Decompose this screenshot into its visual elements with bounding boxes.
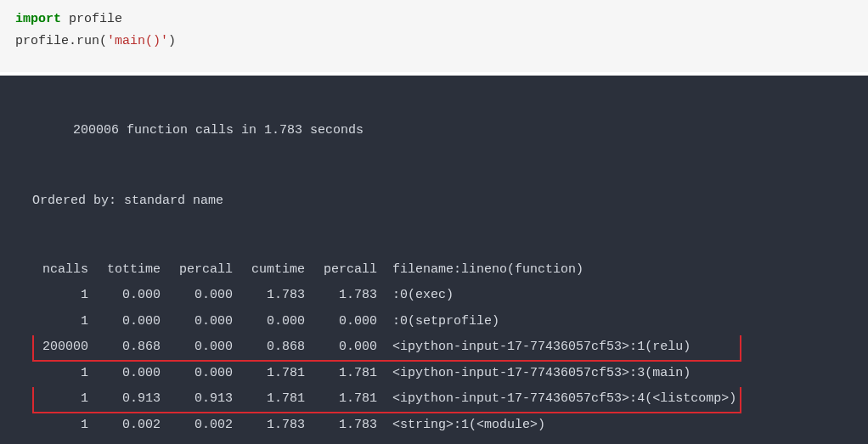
table-row: 10.0000.0001.7831.783:0(exec): [33, 283, 741, 309]
code-text: ): [168, 34, 176, 48]
ordered-by-line: Ordered by: standard name: [32, 189, 844, 214]
cell-fn: :0(exec): [386, 283, 741, 309]
profile-table: ncalls tottime percall cumtime percall f…: [32, 256, 741, 445]
table-row: 10.0000.0001.7831.783profile:0(main()): [33, 438, 741, 444]
col-filename: filename:lineno(function): [386, 257, 741, 284]
cell-fn: profile:0(main()): [386, 438, 741, 444]
cell-ncalls: 200000: [33, 334, 98, 361]
cell-percall2: 0.000: [314, 309, 386, 335]
cell-percall1: 0.000: [170, 438, 242, 444]
table-row: 2000000.8680.0000.8680.000<ipython-input…: [33, 334, 741, 361]
cell-cumtime: 1.781: [242, 386, 314, 413]
cell-fn: <ipython-input-17-77436057cf53>:1(relu): [386, 334, 741, 361]
cell-ncalls: 1: [33, 413, 98, 439]
cell-tottime: 0.000: [98, 283, 170, 309]
cell-percall2: 1.783: [314, 283, 386, 309]
table-row: 10.0020.0021.7831.783<string>:1(<module>…: [33, 413, 741, 439]
cell-cumtime: 1.783: [242, 438, 314, 444]
string-literal: 'main()': [107, 34, 168, 48]
cell-percall1: 0.002: [170, 413, 242, 439]
cell-ncalls: 1: [33, 283, 98, 309]
cell-tottime: 0.868: [98, 334, 170, 361]
cell-percall2: 1.783: [314, 413, 386, 439]
col-cumtime: cumtime: [242, 257, 314, 284]
cell-ncalls: 1: [33, 386, 98, 413]
cell-percall1: 0.000: [170, 334, 242, 361]
cell-cumtime: 1.781: [242, 361, 314, 387]
cell-tottime: 0.000: [98, 361, 170, 387]
keyword-import: import: [15, 12, 61, 26]
cell-percall1: 0.913: [170, 386, 242, 413]
cell-tottime: 0.913: [98, 386, 170, 413]
code-text: profile: [61, 12, 122, 26]
table-row: 10.9130.9131.7811.781<ipython-input-17-7…: [33, 386, 741, 413]
table-header-row: ncalls tottime percall cumtime percall f…: [33, 257, 741, 284]
cell-tottime: 0.002: [98, 413, 170, 439]
cell-cumtime: 1.783: [242, 413, 314, 439]
cell-tottime: 0.000: [98, 309, 170, 335]
cell-ncalls: 1: [33, 309, 98, 335]
col-ncalls: ncalls: [33, 257, 98, 284]
code-text: profile.run(: [15, 34, 107, 48]
cell-cumtime: 1.783: [242, 283, 314, 309]
cell-percall2: 1.781: [314, 361, 386, 387]
cell-fn: <ipython-input-17-77436057cf53>:4(<listc…: [386, 386, 741, 413]
table-row: 10.0000.0000.0000.000:0(setprofile): [33, 309, 741, 335]
profile-output: 200006 function calls in 1.783 seconds O…: [0, 76, 868, 444]
table-row: 10.0000.0001.7811.781<ipython-input-17-7…: [33, 361, 741, 387]
col-percall1: percall: [170, 257, 242, 284]
col-percall2: percall: [314, 257, 386, 284]
cell-percall2: 1.783: [314, 438, 386, 444]
col-tottime: tottime: [98, 257, 170, 284]
cell-tottime: 0.000: [98, 438, 170, 444]
code-block: import profile profile.run('main()'): [0, 0, 868, 72]
cell-cumtime: 0.000: [242, 309, 314, 335]
cell-percall1: 0.000: [170, 309, 242, 335]
cell-percall1: 0.000: [170, 283, 242, 309]
cell-percall2: 0.000: [314, 334, 386, 361]
cell-ncalls: 1: [33, 361, 98, 387]
cell-ncalls: 1: [33, 438, 98, 444]
cell-percall2: 1.781: [314, 386, 386, 413]
cell-cumtime: 0.868: [242, 334, 314, 361]
summary-line: 200006 function calls in 1.783 seconds: [73, 119, 844, 143]
cell-fn: <string>:1(<module>): [386, 413, 741, 439]
cell-fn: <ipython-input-17-77436057cf53>:3(main): [386, 361, 741, 387]
cell-fn: :0(setprofile): [386, 309, 741, 335]
cell-percall1: 0.000: [170, 361, 242, 387]
